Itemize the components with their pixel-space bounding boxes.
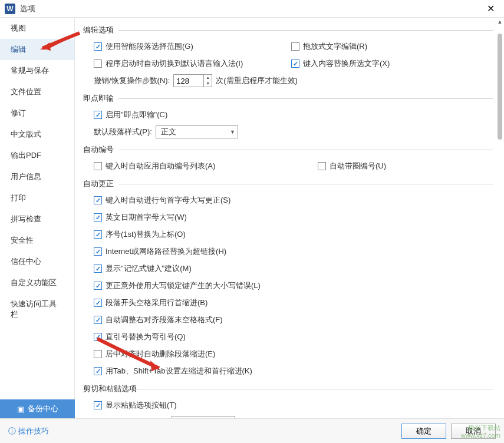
- tips-link[interactable]: ⓘ 操作技巧: [8, 426, 49, 437]
- check-icon: [291, 59, 299, 68]
- app-logo: W: [5, 4, 15, 14]
- check-icon: [94, 42, 102, 51]
- check-icon: [94, 367, 102, 375]
- scrollbar-thumb[interactable]: [498, 34, 502, 140]
- titlebar: W 选项 ✕: [0, 0, 504, 18]
- sidebar-item-custom-ribbon[interactable]: 自定义功能区: [0, 272, 74, 293]
- backup-icon: ▣: [17, 405, 24, 414]
- undo-label: 撤销/恢复操作步数(N):: [94, 75, 170, 86]
- check-icon: [94, 111, 102, 119]
- checkbox-autocorrect-5[interactable]: 更正意外使用大写锁定键产生的大小写错误(L): [94, 280, 261, 291]
- sidebar-item-file-location[interactable]: 文件位置: [0, 81, 74, 103]
- group-paste-title: 剪切和粘贴选项: [83, 384, 493, 394]
- sidebar-item-view[interactable]: 视图: [0, 18, 74, 39]
- checkbox-autocorrect-6[interactable]: 段落开头空格采用行首缩进(B): [94, 297, 207, 308]
- sidebar-item-trust-center[interactable]: 信任中心: [0, 251, 74, 272]
- ok-button[interactable]: 确定: [401, 424, 446, 439]
- window-title: 选项: [20, 4, 482, 14]
- default-style-label: 默认段落样式(P):: [94, 127, 152, 137]
- checkbox-autocorrect-2[interactable]: 序号(1st)替换为上标(O): [94, 229, 186, 240]
- group-click-type-title: 即点即输: [83, 93, 493, 104]
- checkbox-enable-click-type[interactable]: 启用"即点即输"(C): [94, 110, 167, 120]
- undo-suffix: 次(需重启程序才能生效): [216, 75, 298, 86]
- spinner-down-icon[interactable]: ▼: [204, 81, 212, 87]
- checkbox-circled-number[interactable]: 自动带圈编号(U): [318, 161, 493, 171]
- default-style-select[interactable]: 正文 ▼: [156, 125, 238, 138]
- checkbox-autocorrect-7[interactable]: 自动调整右对齐段落末空格格式(F): [94, 315, 223, 325]
- group-auto-correct-title: 自动更正: [83, 178, 493, 189]
- sidebar-item-print[interactable]: 打印: [0, 187, 74, 209]
- checkbox-auto-switch-ime[interactable]: 程序启动时自动切换到默认语言输入法(I): [94, 58, 291, 69]
- info-icon: ⓘ: [8, 426, 16, 437]
- check-icon: [94, 401, 102, 409]
- sidebar-item-spellcheck[interactable]: 拼写检查: [0, 209, 74, 230]
- checkbox-autocorrect-3[interactable]: Internet或网络路径替换为超链接(H): [94, 246, 226, 257]
- checkbox-autocorrect-0[interactable]: 键入时自动进行句首字母大写更正(S): [94, 195, 230, 206]
- footer: ⓘ 操作技巧 确定 取消: [0, 418, 504, 443]
- sidebar-item-edit[interactable]: 编辑: [0, 39, 74, 60]
- checkbox-autocorrect-9[interactable]: 居中对齐时自动删除段落缩进(E): [94, 349, 215, 359]
- check-icon: [94, 59, 102, 68]
- vertical-scrollbar[interactable]: ▲: [497, 19, 503, 418]
- checkbox-autocorrect-8[interactable]: 直引号替换为弯引号(Q): [94, 332, 186, 342]
- sidebar-item-output-pdf[interactable]: 输出PDF: [0, 145, 74, 166]
- group-auto-number-title: 自动编号: [83, 144, 493, 155]
- watermark: 极光下载站 www.xz7.com: [461, 424, 500, 439]
- checkbox-autocorrect-1[interactable]: 英文日期首字母大写(W): [94, 212, 187, 223]
- checkbox-auto-number-apply[interactable]: 键入时自动应用自动编号列表(A): [94, 161, 318, 171]
- undo-steps-spinner[interactable]: ▲▼: [173, 74, 212, 87]
- sidebar-item-general-save[interactable]: 常规与保存: [0, 60, 74, 81]
- check-icon: [94, 350, 102, 358]
- caret-down-icon: ▼: [230, 129, 235, 135]
- checkbox-autocorrect-4[interactable]: 显示"记忆式键入"建议(M): [94, 263, 192, 274]
- close-button[interactable]: ✕: [482, 1, 499, 17]
- checkbox-replace-selection[interactable]: 键入内容替换所选文字(X): [291, 58, 493, 69]
- sidebar-item-security[interactable]: 安全性: [0, 230, 74, 251]
- backup-center-button[interactable]: ▣ 备份中心: [0, 399, 75, 418]
- check-icon: [94, 162, 102, 170]
- undo-steps-input[interactable]: [174, 77, 203, 85]
- checkbox-smart-select[interactable]: 使用智能段落选择范围(G): [94, 41, 291, 52]
- sidebar-item-revision[interactable]: 修订: [0, 103, 74, 124]
- check-icon: [94, 299, 102, 307]
- checkbox-show-paste-button[interactable]: 显示粘贴选项按钮(T): [94, 400, 177, 411]
- spinner-up-icon[interactable]: ▲: [204, 75, 212, 81]
- checkbox-autocorrect-10[interactable]: 用Tab、Shift+Tab设置左缩进和首行缩进(K): [94, 366, 252, 376]
- check-icon: [94, 316, 102, 324]
- check-icon: [94, 230, 102, 239]
- check-icon: [94, 282, 102, 290]
- content-panel: 编辑选项 使用智能段落选择范围(G) 拖放式文字编辑(R): [75, 18, 504, 418]
- check-icon: [318, 162, 326, 170]
- sidebar-item-quick-access[interactable]: 快速访问工具栏: [0, 293, 74, 325]
- check-icon: [94, 333, 102, 341]
- sidebar-item-user-info[interactable]: 用户信息: [0, 166, 74, 187]
- sidebar-item-chinese-layout[interactable]: 中文版式: [0, 124, 74, 145]
- check-icon: [94, 265, 102, 273]
- check-icon: [94, 247, 102, 256]
- check-icon: [94, 213, 102, 221]
- check-icon: [291, 42, 299, 51]
- checkbox-drag-drop[interactable]: 拖放式文字编辑(R): [291, 41, 493, 52]
- group-edit-title: 编辑选项: [83, 25, 493, 35]
- check-icon: [94, 196, 102, 204]
- sidebar: 视图 编辑 常规与保存 文件位置 修订 中文版式 输出PDF 用户信息 打印 拼…: [0, 18, 75, 418]
